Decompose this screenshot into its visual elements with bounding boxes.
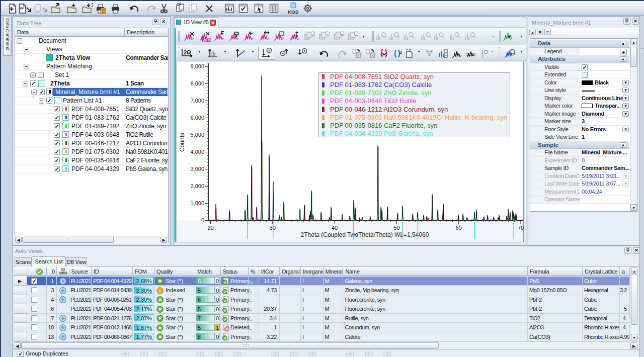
svg-text:?: ?	[91, 3, 93, 8]
svg-text:0: 0	[201, 217, 204, 223]
svg-text:Counts: Counts	[179, 133, 186, 152]
svg-text:30: 30	[270, 225, 276, 231]
svg-text:+: +	[312, 32, 314, 36]
svg-text:4,000: 4,000	[190, 149, 204, 155]
svg-text:5,000: 5,000	[190, 132, 204, 138]
svg-text:70: 70	[518, 225, 524, 231]
svg-text:PDF 01-075-0302 Na0.5981K0.401: PDF 01-075-0302 Na0.5981K0.4019Cl Halite…	[330, 114, 507, 121]
svg-text:–: –	[341, 32, 344, 36]
svg-text:6,000: 6,000	[190, 115, 204, 121]
svg-text:!: !	[159, 288, 161, 293]
svg-text:2Θ: 2Θ	[184, 49, 191, 55]
svg-text:3,000: 3,000	[190, 166, 204, 172]
svg-text:PDF 04-004-4329 PbS Galena, sy: PDF 04-004-4329 PbS Galena, syn	[330, 130, 433, 137]
svg-text:Ka2: Ka2	[202, 37, 211, 43]
svg-text:PDF 01-083-1762 Ca(CO3) Calcit: PDF 01-083-1762 Ca(CO3) Calcite	[330, 81, 432, 88]
svg-text:F: F	[220, 30, 224, 36]
svg-text:2Theta (Coupled TwoTheta/Theta: 2Theta (Coupled TwoTheta/Theta) WL=1.540…	[301, 231, 429, 238]
svg-text:1,000: 1,000	[190, 200, 204, 206]
svg-text:50: 50	[393, 225, 399, 231]
svg-text:PDF 04-003-0648 TiO2 Rutile: PDF 04-003-0648 TiO2 Rutile	[330, 97, 416, 105]
svg-text:20: 20	[207, 225, 213, 231]
svg-text:7,000: 7,000	[190, 98, 204, 104]
svg-text:PDF 00-046-1212 Al2O3 Corundum: PDF 00-046-1212 Al2O3 Corundum, syn	[330, 106, 448, 113]
svg-text:+: +	[327, 32, 329, 36]
svg-text:PDF 01-089-7102 ZnO Zincite, s: PDF 01-089-7102 ZnO Zincite, syn	[330, 89, 432, 97]
svg-text:60: 60	[456, 225, 462, 231]
svg-text:40: 40	[332, 225, 338, 231]
svg-text:2,000: 2,000	[190, 183, 204, 189]
svg-text:PDF 00-035-0816 CaF2 Fluorite,: PDF 00-035-0816 CaF2 Fluorite, syn	[330, 122, 437, 129]
svg-text:9,000: 9,000	[190, 63, 204, 69]
svg-text:8,000: 8,000	[190, 80, 204, 86]
svg-text:PDF 04-008-7651 SiO2 Quartz, s: PDF 04-008-7651 SiO2 Quartz, syn	[330, 73, 434, 80]
